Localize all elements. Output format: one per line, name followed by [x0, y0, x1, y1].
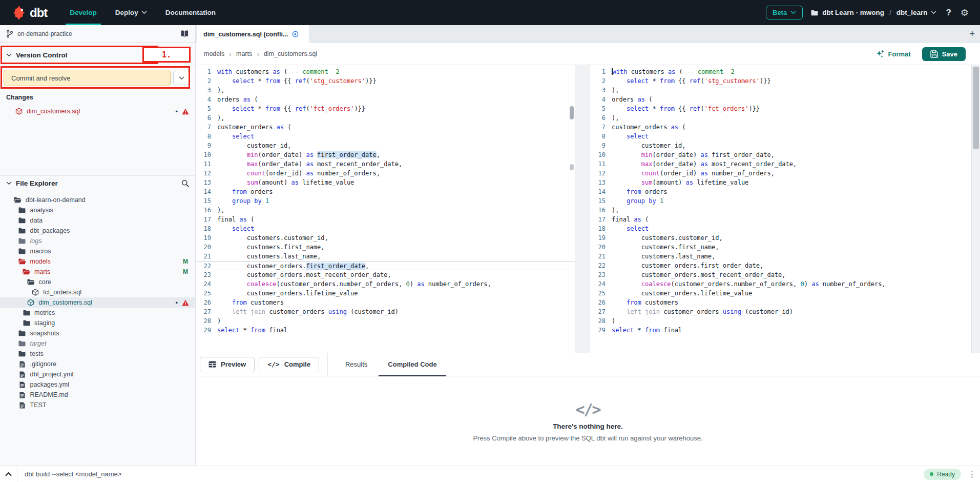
tree-item-packages.yml[interactable]: packages.yml — [0, 379, 195, 390]
split-editors: 1with customers as ( -- comment 22 selec… — [196, 65, 980, 353]
tree-item-label: snapshots — [30, 330, 59, 337]
code-line-11: 11 max(order_date) as most_recent_order_… — [196, 159, 575, 169]
cube-icon — [31, 289, 39, 296]
code-line-3: 3), — [196, 86, 575, 95]
search-icon[interactable] — [181, 179, 189, 187]
status-badge[interactable]: Ready — [924, 469, 961, 480]
tab-dim-customers[interactable]: dim_customers.sql (confli... — [197, 25, 309, 43]
code-editor-left[interactable]: 1with customers as ( -- comment 22 selec… — [196, 65, 575, 353]
changed-file-dim_customers.sql[interactable]: dim_customers.sql• — [0, 106, 195, 117]
code-line-10: 10 min(order_date) as first_order_date, — [196, 150, 575, 159]
tree-item-marts[interactable]: martsM — [0, 267, 195, 277]
account-breadcrumb: dbt Learn - mwong / dbt_learn — [811, 9, 936, 16]
table-grid-icon — [208, 361, 216, 368]
tree-item-analysis[interactable]: analysis — [0, 205, 195, 215]
unsaved-dot: • — [175, 108, 178, 115]
tree-item-dbt_packages[interactable]: dbt_packages — [0, 226, 195, 236]
project-dropdown[interactable]: dbt_learn — [896, 9, 937, 16]
docs-book-icon[interactable] — [180, 30, 189, 37]
version-control-header[interactable]: Version Control — [0, 47, 159, 63]
code-line-13: 13 sum(amount) as lifetime_value — [590, 178, 971, 187]
left-scrollbar-thumb[interactable] — [570, 106, 574, 119]
code-editor-right[interactable]: 1with customers as ( -- comment 22 selec… — [590, 65, 971, 353]
tree-item-README.md[interactable]: README.md — [0, 390, 195, 400]
code-line-22: 22 customer_orders.first_order_date, — [196, 261, 575, 270]
folder-icon — [23, 320, 30, 326]
compile-button[interactable]: </> Compile — [259, 357, 319, 372]
tree-item-.gitignore[interactable]: .gitignore — [0, 359, 195, 369]
kebab-menu-icon[interactable]: ⋮ — [968, 470, 980, 479]
folder-icon — [18, 340, 26, 347]
chevron-down-icon — [141, 11, 147, 14]
code-line-24: 24 coalesce(customer_orders.number_of_or… — [590, 279, 971, 289]
tree-item-dbt_project.yml[interactable]: dbt_project.yml — [0, 369, 195, 379]
editor-scrollbar[interactable] — [971, 65, 980, 353]
file-icon — [18, 392, 26, 398]
tree-item-staging[interactable]: staging — [0, 318, 195, 328]
editor-tab-bar: dim_customers.sql (confli... + — [196, 25, 980, 43]
tree-item-dim_customers.sql[interactable]: dim_customers.sql• — [0, 297, 195, 308]
tree-item-TEST[interactable]: TEST — [0, 400, 195, 410]
dbt-logo[interactable]: dbt — [0, 5, 60, 21]
tree-item-data[interactable]: data — [0, 215, 195, 226]
account-name: dbt Learn - mwong — [822, 9, 884, 16]
code-line-1: 1with customers as ( -- comment 2 — [196, 67, 575, 76]
pane-divider[interactable] — [575, 65, 590, 353]
panel-tab-results[interactable]: Results — [335, 353, 378, 376]
breadcrumb-chevron: › — [229, 50, 232, 58]
tree-item-dbt-learn-on-demand[interactable]: dbt-learn-on-demand — [0, 195, 195, 205]
tree-item-logs[interactable]: logs — [0, 236, 195, 246]
file-explorer-header[interactable]: File Explorer — [0, 175, 195, 191]
tree-item-target[interactable]: target — [0, 338, 195, 349]
file-icon — [18, 381, 26, 388]
folder-icon — [18, 207, 26, 213]
tree-item-label: macros — [30, 248, 51, 255]
tree-item-core[interactable]: core — [0, 277, 195, 287]
settings-gear-icon[interactable]: ⚙ — [961, 7, 969, 18]
chevron-up-icon[interactable] — [0, 472, 17, 476]
changes-section-label: Changes — [6, 94, 33, 101]
cube-icon — [27, 299, 35, 306]
code-line-29: 29select * from final — [196, 326, 575, 335]
nav-item-develop[interactable]: Develop — [60, 0, 106, 25]
code-line-19: 19 customers.customer_id, — [196, 233, 575, 243]
code-line-7: 7customer_orders as ( — [196, 123, 575, 132]
beta-dropdown[interactable]: Beta — [766, 6, 803, 19]
tree-item-label: models — [30, 258, 51, 265]
new-tab-button[interactable]: + — [969, 28, 975, 39]
code-line-23: 23 customer_orders.most_recent_order_dat… — [590, 270, 971, 279]
file-icon — [18, 361, 26, 368]
tree-item-tests[interactable]: tests — [0, 349, 195, 359]
branch-row: on-demand-practice — [0, 25, 195, 43]
commit-and-resolve-button[interactable]: Commit and resolve — [4, 70, 171, 86]
help-icon[interactable]: ? — [945, 8, 952, 18]
code-line-21: 21 customers.last_name, — [196, 252, 575, 261]
editor-scrollbar-thumb[interactable] — [973, 67, 979, 149]
panel-tab-compiled-code[interactable]: Compiled Code — [378, 353, 447, 376]
code-line-8: 8 select — [196, 132, 575, 141]
tree-item-label: TEST — [30, 401, 47, 409]
format-button[interactable]: Format — [876, 50, 911, 58]
tree-item-metrics[interactable]: metrics — [0, 308, 195, 318]
tree-item-fct_orders.sql[interactable]: fct_orders.sql — [0, 287, 195, 297]
folder-icon — [18, 248, 26, 254]
tree-item-models[interactable]: modelsM — [0, 256, 195, 267]
tree-item-snapshots[interactable]: snapshots — [0, 328, 195, 338]
breadcrumb-item-dim_customers.sql: dim_customers.sql — [264, 50, 317, 57]
tree-item-macros[interactable]: macros — [0, 246, 195, 256]
tree-item-label: dbt_packages — [30, 227, 70, 234]
preview-button[interactable]: Preview — [200, 357, 255, 372]
nav-item-deploy[interactable]: Deploy — [106, 0, 156, 25]
left-scrollbar-mark — [570, 164, 574, 170]
nav-item-documentation[interactable]: Documentation — [156, 0, 225, 25]
ready-dot-icon — [930, 472, 933, 476]
save-button[interactable]: Save — [922, 47, 966, 61]
code-line-14: 14 from orders — [196, 187, 575, 196]
command-input[interactable] — [17, 470, 924, 478]
commit-options-dropdown[interactable] — [173, 71, 190, 85]
code-line-27: 27 left join customer_orders using (cust… — [196, 307, 575, 316]
conflict-warning-icon — [182, 108, 189, 115]
tree-item-label: analysis — [30, 207, 53, 214]
breadcrumb-item-marts: marts — [236, 50, 252, 57]
tree-item-label: dbt_project.yml — [30, 371, 74, 378]
